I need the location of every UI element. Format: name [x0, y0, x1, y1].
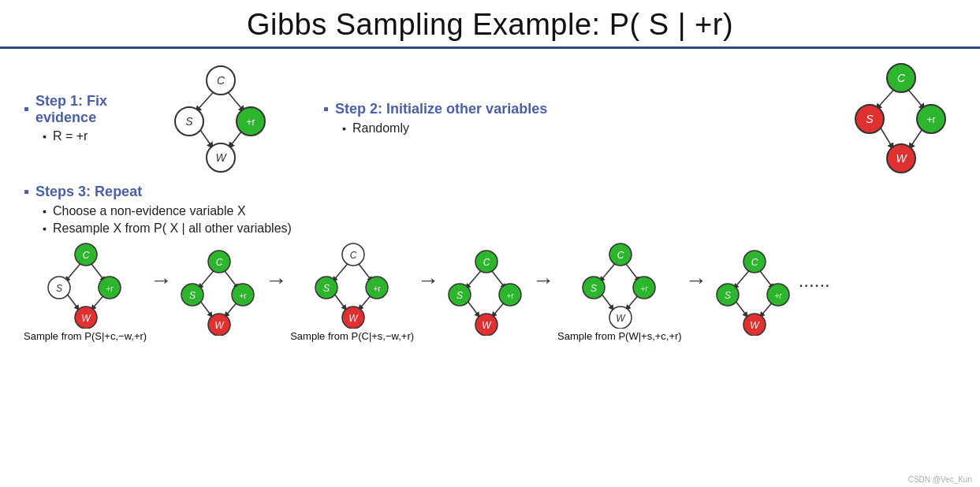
svg-line-14 — [879, 125, 893, 149]
graph-step1: C S +r W — [166, 63, 276, 173]
graphs-row: C S +r W Sample from P(S|+c,−w,+r) → — [24, 242, 956, 342]
svg-text:+r: +r — [106, 284, 114, 293]
svg-text:+r: +r — [373, 284, 381, 293]
svg-line-62 — [468, 301, 479, 317]
title-area: Gibbs Sampling Example: P( S | +r) — [0, 0, 980, 49]
svg-text:C: C — [349, 250, 356, 261]
step1-sub: R = +r — [43, 129, 166, 143]
step1-heading: Step 1: Fix evidence — [24, 93, 166, 126]
svg-text:+r: +r — [640, 284, 648, 293]
graph-group-f: C S +r W — [710, 249, 797, 336]
graph-group-c: C S +r W Sample from P(C|+s,−w,+r) — [290, 242, 414, 342]
svg-line-26 — [67, 294, 79, 310]
svg-text:S: S — [591, 283, 597, 294]
svg-text:W: W — [482, 320, 492, 331]
svg-text:W: W — [750, 320, 760, 331]
svg-text:+r: +r — [926, 114, 935, 125]
page-title: Gibbs Sampling Example: P( S | +r) — [0, 8, 980, 42]
content-area: Step 1: Fix evidence R = +r — [0, 49, 980, 342]
continuation-dots: ...... — [799, 270, 830, 292]
svg-text:+r: +r — [240, 292, 248, 300]
step2-heading: Step 2: Initialize other variables — [323, 100, 838, 118]
svg-text:C: C — [897, 72, 906, 84]
svg-text:C: C — [751, 257, 758, 268]
svg-text:W: W — [81, 313, 91, 324]
svg-text:S: S — [185, 115, 193, 128]
svg-text:+r: +r — [246, 117, 255, 128]
svg-text:C: C — [617, 250, 624, 261]
svg-text:W: W — [616, 313, 626, 324]
watermark: CSDN @Vec_Kun — [908, 475, 972, 484]
svg-text:+r: +r — [507, 292, 515, 300]
graph-group-b: C S +r W — [175, 249, 262, 336]
svg-text:S: S — [456, 290, 463, 301]
svg-text:S: S — [866, 113, 874, 125]
svg-line-86 — [736, 301, 747, 317]
svg-text:C: C — [483, 257, 490, 268]
svg-text:S: S — [56, 283, 62, 294]
svg-line-50 — [334, 294, 346, 310]
svg-text:W: W — [215, 320, 225, 331]
svg-text:+r: +r — [774, 292, 782, 300]
top-section: Step 1: Fix evidence R = +r — [24, 61, 956, 175]
arrow-5: → — [685, 268, 707, 293]
step2-text: Step 2: Initialize other variables Rando… — [323, 100, 838, 136]
step3-sub2: Resample X from P( X | all other variabl… — [43, 221, 956, 236]
bottom-section: Steps 3: Repeat Choose a non-evidence va… — [24, 183, 956, 342]
step2-sub: Randomly — [342, 121, 838, 136]
step1-area: Step 1: Fix evidence R = +r — [24, 61, 323, 175]
svg-line-38 — [200, 301, 212, 317]
arrow-1: → — [150, 268, 172, 293]
step3-sub1: Choose a non-evidence variable X — [43, 204, 956, 218]
graph-group-d: C S +r W — [442, 249, 529, 336]
arrow-3: → — [417, 268, 439, 293]
graph-step2: C S +r W — [846, 61, 956, 175]
svg-text:C: C — [217, 74, 225, 87]
step3-heading: Steps 3: Repeat — [24, 183, 956, 201]
sample-label-2: Sample from P(C|+s,−w,+r) — [290, 330, 414, 342]
svg-line-74 — [602, 294, 613, 310]
arrow-2: → — [265, 268, 287, 293]
step2-area: Step 2: Initialize other variables Rando… — [323, 61, 956, 175]
step1-text: Step 1: Fix evidence R = +r — [24, 93, 166, 143]
svg-text:S: S — [189, 290, 196, 301]
graph-group-e: C S +r W Sample from P(W|+s,+c,+r) — [557, 242, 682, 342]
svg-text:W: W — [215, 151, 227, 164]
sample-label-1: Sample from P(S|+c,−w,+r) — [24, 330, 147, 342]
svg-text:W: W — [348, 313, 359, 324]
svg-text:S: S — [725, 290, 731, 301]
svg-text:C: C — [216, 257, 223, 268]
svg-text:W: W — [896, 152, 907, 165]
svg-text:C: C — [83, 250, 90, 261]
arrow-4: → — [532, 268, 554, 293]
graph-group-a: C S +r W Sample from P(S|+c,−w,+r) — [24, 242, 147, 342]
svg-text:S: S — [323, 283, 330, 294]
sample-label-3: Sample from P(W|+s,+c,+r) — [557, 330, 682, 342]
